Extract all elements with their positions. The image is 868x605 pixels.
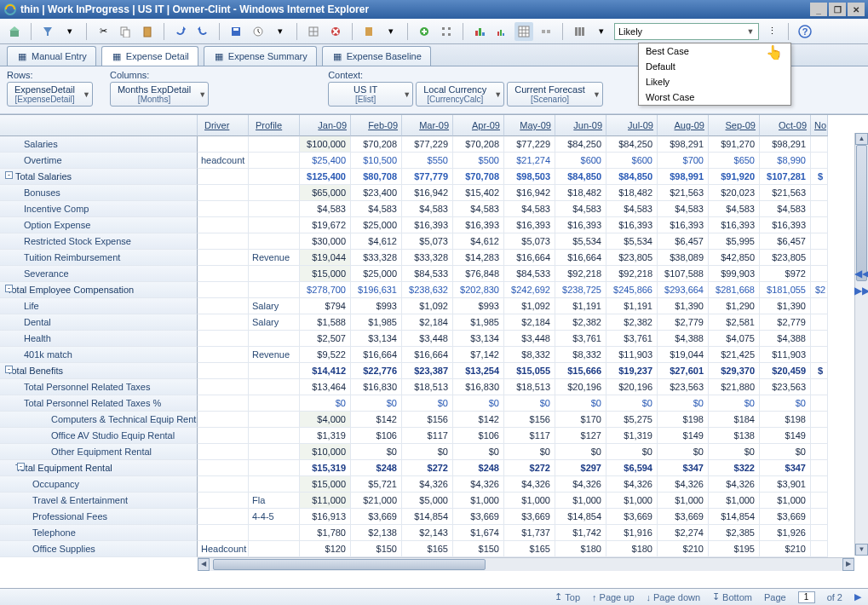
data-cell[interactable]: $65,000 bbox=[300, 185, 351, 201]
row-label[interactable]: -Total Benefits bbox=[0, 363, 198, 379]
data-cell[interactable]: $4,612 bbox=[453, 233, 504, 250]
context-currency[interactable]: Local Currency [CurrencyCalc] ▼ bbox=[416, 82, 504, 107]
data-cell[interactable]: $0 bbox=[402, 395, 453, 412]
data-cell[interactable]: $16,664 bbox=[504, 250, 555, 266]
profile-cell[interactable] bbox=[249, 266, 300, 282]
profile-cell[interactable] bbox=[249, 217, 300, 233]
column-header[interactable]: Driver bbox=[198, 115, 249, 136]
collapse-toggle[interactable]: - bbox=[17, 463, 25, 470]
data-cell[interactable]: $4,583 bbox=[402, 201, 453, 217]
data-cell[interactable]: $98,291 bbox=[658, 136, 709, 153]
tab-expense-baseline[interactable]: ▦Expense Baseline bbox=[322, 46, 431, 66]
context-scenario[interactable]: Current Forecast [Scenario] ▼ bbox=[507, 82, 603, 107]
row-label[interactable]: -Total Employee Compensation bbox=[0, 282, 198, 298]
paste-icon[interactable] bbox=[138, 22, 157, 41]
data-cell[interactable]: $14,854 bbox=[555, 509, 606, 525]
data-cell[interactable]: $ bbox=[811, 363, 828, 379]
scroll-right-icon[interactable]: ▶ bbox=[842, 558, 854, 571]
data-cell[interactable]: $1,588 bbox=[300, 314, 351, 331]
data-cell[interactable]: $91,270 bbox=[709, 136, 760, 153]
profile-cell[interactable] bbox=[249, 282, 300, 298]
data-cell[interactable]: $92,218 bbox=[555, 266, 606, 282]
data-cell[interactable]: $117 bbox=[402, 428, 453, 444]
driver-cell[interactable] bbox=[198, 331, 249, 347]
data-cell[interactable]: $2,382 bbox=[606, 314, 658, 331]
data-cell[interactable]: $16,393 bbox=[709, 217, 760, 233]
data-cell[interactable]: $84,250 bbox=[555, 136, 606, 153]
restore-button[interactable]: ❐ bbox=[829, 3, 846, 16]
row-label[interactable]: Professional Fees bbox=[0, 509, 198, 525]
help-icon[interactable]: ? bbox=[796, 22, 814, 41]
data-cell[interactable]: $0 bbox=[709, 444, 760, 460]
page-next-icon[interactable]: ▶▶ bbox=[854, 285, 868, 297]
tree-icon[interactable] bbox=[437, 22, 456, 41]
data-cell[interactable]: $3,669 bbox=[504, 509, 555, 525]
data-cell[interactable] bbox=[811, 460, 828, 476]
column-header[interactable]: Sep-09 bbox=[709, 115, 760, 136]
data-cell[interactable]: $23,563 bbox=[658, 379, 709, 395]
data-cell[interactable]: $9,522 bbox=[300, 347, 351, 363]
row-label[interactable]: Office Supplies bbox=[0, 541, 198, 557]
copy-icon[interactable] bbox=[116, 22, 135, 41]
page-next-icon[interactable]: ▶ bbox=[854, 591, 861, 602]
vertical-scrollbar[interactable]: ▲ ▼ bbox=[854, 133, 868, 556]
data-cell[interactable]: $11,903 bbox=[760, 347, 811, 363]
data-cell[interactable]: $98,503 bbox=[504, 169, 555, 185]
data-cell[interactable]: $15,000 bbox=[300, 266, 351, 282]
data-cell[interactable]: $3,669 bbox=[606, 509, 658, 525]
row-label[interactable]: Office AV Studio Equip Rental bbox=[0, 428, 198, 444]
data-cell[interactable]: $347 bbox=[658, 460, 709, 476]
data-cell[interactable]: $15,055 bbox=[504, 363, 555, 379]
data-cell[interactable]: $77,779 bbox=[402, 169, 453, 185]
data-cell[interactable]: $18,513 bbox=[402, 379, 453, 395]
data-cell[interactable]: $184 bbox=[709, 412, 760, 428]
scroll-thumb[interactable] bbox=[213, 559, 486, 570]
data-cell[interactable]: $142 bbox=[453, 412, 504, 428]
data-cell[interactable]: $4,075 bbox=[709, 331, 760, 347]
driver-cell[interactable] bbox=[198, 233, 249, 250]
data-cell[interactable]: $2,138 bbox=[351, 525, 402, 541]
scenario-option[interactable]: Best Case bbox=[639, 43, 790, 59]
data-cell[interactable]: $1,926 bbox=[760, 525, 811, 541]
profile-cell[interactable] bbox=[249, 541, 300, 557]
driver-cell[interactable] bbox=[198, 379, 249, 395]
data-cell[interactable]: $700 bbox=[658, 153, 709, 169]
column-header[interactable]: Profile bbox=[249, 115, 300, 136]
row-label[interactable]: Bonuses bbox=[0, 185, 198, 201]
data-cell[interactable]: $4,583 bbox=[300, 201, 351, 217]
data-cell[interactable]: $210 bbox=[760, 541, 811, 557]
tab-expense-summary[interactable]: ▦Expense Summary bbox=[204, 46, 317, 66]
rows-selector[interactable]: ExpenseDetail [ExpenseDetail] ▼ bbox=[7, 82, 93, 107]
data-cell[interactable]: $1,674 bbox=[453, 525, 504, 541]
data-cell[interactable]: $14,854 bbox=[402, 509, 453, 525]
data-cell[interactable]: $149 bbox=[658, 428, 709, 444]
data-cell[interactable]: $4,326 bbox=[658, 476, 709, 493]
data-cell[interactable]: $2,382 bbox=[555, 314, 606, 331]
driver-cell[interactable] bbox=[198, 185, 249, 201]
data-cell[interactable]: $278,700 bbox=[300, 282, 351, 298]
data-cell[interactable]: $149 bbox=[760, 428, 811, 444]
data-cell[interactable]: $0 bbox=[555, 444, 606, 460]
chart-combo-icon[interactable] bbox=[492, 22, 511, 41]
row-label[interactable]: Computers & Technical Equip Rental bbox=[0, 412, 198, 428]
minimize-button[interactable]: _ bbox=[810, 3, 827, 16]
profile-cell[interactable] bbox=[249, 395, 300, 412]
data-cell[interactable]: $293,664 bbox=[658, 282, 709, 298]
data-cell[interactable]: $3,134 bbox=[453, 331, 504, 347]
data-cell[interactable]: $156 bbox=[504, 412, 555, 428]
data-cell[interactable]: $138 bbox=[709, 428, 760, 444]
data-cell[interactable]: $272 bbox=[504, 460, 555, 476]
data-cell[interactable] bbox=[811, 476, 828, 493]
data-cell[interactable]: $1,000 bbox=[504, 493, 555, 509]
profile-cell[interactable]: 4-4-5 bbox=[249, 509, 300, 525]
data-cell[interactable]: $18,513 bbox=[504, 379, 555, 395]
driver-cell[interactable]: Headcount bbox=[198, 541, 249, 557]
driver-cell[interactable] bbox=[198, 217, 249, 233]
driver-cell[interactable] bbox=[198, 314, 249, 331]
driver-cell[interactable] bbox=[198, 493, 249, 509]
book-dd-icon[interactable]: ▾ bbox=[382, 22, 400, 41]
data-cell[interactable]: $2,385 bbox=[709, 525, 760, 541]
data-cell[interactable]: $16,913 bbox=[300, 509, 351, 525]
data-cell[interactable]: $84,533 bbox=[504, 266, 555, 282]
data-cell[interactable]: $3,761 bbox=[606, 331, 658, 347]
